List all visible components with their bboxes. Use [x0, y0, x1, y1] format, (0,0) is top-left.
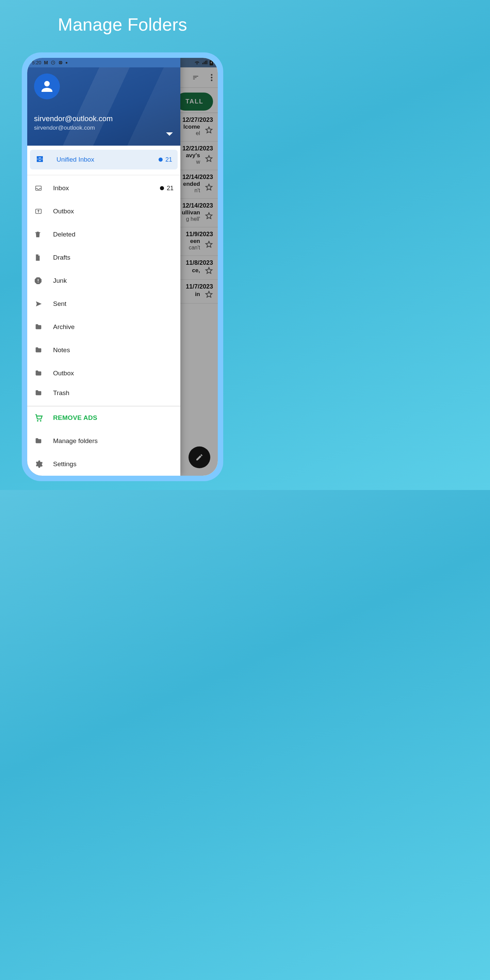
phone-frame: TALL 12/27/2023lcomeel12/21/2023avy'sw12… [22, 52, 223, 481]
drawer-header[interactable]: sirvendor@outlook.com sirvendor@outlook.… [27, 67, 180, 146]
person-icon [39, 78, 55, 95]
sidebar-item-unified-inbox[interactable]: Unified Inbox 21 [30, 150, 178, 169]
avatar[interactable] [34, 73, 60, 99]
phone-screen: TALL 12/27/2023lcomeel12/21/2023avy'sw12… [27, 58, 218, 476]
folder-label: Deleted [53, 231, 173, 238]
svg-point-2 [211, 74, 213, 76]
folder-count: 21 [160, 185, 173, 192]
signal-icon [202, 60, 208, 65]
mail-subject: ullivan [182, 209, 200, 216]
svg-point-3 [211, 76, 213, 78]
account-name: sirvendor@outlook.com [34, 115, 173, 123]
inbox-icon [34, 185, 50, 192]
sidebar-item-manage-folders[interactable]: Manage folders [27, 430, 180, 453]
settings-label: Settings [53, 460, 173, 468]
svg-point-13 [37, 420, 38, 422]
svg-rect-1 [211, 60, 212, 60]
star-outline-icon[interactable] [205, 266, 213, 275]
sidebar-item-notes[interactable]: Notes [27, 339, 180, 362]
star-outline-icon[interactable] [205, 183, 213, 191]
mail-date: 12/14/2023 [182, 202, 213, 209]
mail-preview: el [183, 130, 200, 137]
mail-subject: lcome [183, 124, 200, 130]
unread-dot-icon [159, 158, 163, 162]
gear-icon [34, 460, 50, 469]
star-outline-icon[interactable] [205, 154, 213, 163]
clock-icon [51, 60, 56, 65]
sidebar-item-drafts[interactable]: Drafts [27, 246, 180, 269]
status-bar-drawer: 5:20 M [27, 58, 180, 67]
folder-label: Archive [53, 323, 173, 331]
cart-icon [34, 414, 50, 422]
stacked-inbox-icon [35, 156, 44, 164]
folder-list: Inbox21OutboxDeletedDraftsJunkSentArchiv… [27, 177, 180, 406]
battery-icon [210, 60, 213, 65]
chevron-down-icon[interactable] [166, 132, 173, 137]
sidebar-item-junk[interactable]: Junk [27, 269, 180, 292]
send-icon [34, 301, 50, 307]
sidebar-item-sent[interactable]: Sent [27, 292, 180, 315]
folder-icon [34, 369, 50, 377]
mail-date: 12/27/2023 [182, 116, 213, 124]
folder-label: Outbox [53, 208, 173, 215]
mail-date: 11/8/2023 [186, 259, 213, 266]
mail-subject: een [189, 238, 200, 245]
folder-label: Junk [53, 277, 173, 285]
sort-icon[interactable] [191, 74, 200, 81]
mail-date: 12/14/2023 [182, 173, 213, 181]
sidebar-item-deleted[interactable]: Deleted [27, 223, 180, 246]
dot-icon [66, 62, 67, 64]
sidebar-item-archive[interactable]: Archive [27, 315, 180, 339]
folder-label: Outbox [53, 369, 173, 377]
star-outline-icon[interactable] [205, 240, 213, 248]
sidebar-item-remove-ads[interactable]: REMOVE ADS [27, 406, 180, 430]
status-time: 5:20 [32, 60, 41, 65]
mail-subject: ce, [192, 267, 200, 274]
unified-inbox-count: 21 [159, 156, 172, 163]
divider [27, 175, 180, 175]
mail-preview: g hell' [182, 216, 200, 222]
folder-label: Sent [53, 300, 173, 308]
mail-date: 12/21/2023 [182, 145, 213, 152]
alert-icon [34, 277, 50, 285]
wifi-icon [194, 60, 200, 65]
mail-date: 11/9/2023 [186, 231, 213, 238]
mail-preview: can't [189, 245, 200, 251]
mail-preview: w [186, 159, 200, 165]
promo-title: Manage Folders [58, 14, 187, 35]
folder-label: Trash [53, 389, 173, 397]
folder-label: Drafts [53, 254, 173, 261]
pencil-icon [195, 453, 204, 461]
more-icon[interactable] [210, 74, 213, 81]
star-outline-icon[interactable] [205, 290, 213, 298]
sidebar-item-inbox[interactable]: Inbox21 [27, 177, 180, 200]
install-button[interactable]: TALL [176, 92, 213, 111]
unread-dot-icon [160, 186, 164, 190]
navigation-drawer: 5:20 M sirvendor@outlook.com sirvendor@o… [27, 58, 180, 476]
star-outline-icon[interactable] [205, 126, 213, 134]
svg-point-4 [211, 79, 213, 81]
file-icon [34, 253, 50, 262]
mail-subject: in [195, 291, 200, 298]
svg-rect-11 [38, 279, 38, 281]
aperture-icon [58, 60, 63, 65]
folder-label: Inbox [53, 185, 160, 192]
compose-fab[interactable] [189, 447, 210, 468]
sidebar-item-outbox[interactable]: Outbox [27, 200, 180, 223]
sidebar-item-outbox2[interactable]: Outbox [27, 362, 180, 385]
star-outline-icon[interactable] [205, 212, 213, 220]
mail-subject: ended [183, 181, 200, 188]
gmail-m-icon: M [44, 60, 48, 65]
folder-icon [34, 323, 50, 331]
sidebar-item-trash[interactable]: Trash [27, 385, 180, 401]
account-email: sirvendor@outlook.com [34, 124, 173, 131]
remove-ads-label: REMOVE ADS [53, 414, 173, 422]
folder-icon [34, 437, 50, 445]
folder-label: Notes [53, 347, 173, 354]
folder-icon [34, 347, 50, 354]
unified-inbox-label: Unified Inbox [56, 156, 159, 163]
svg-point-14 [40, 420, 41, 422]
sidebar-item-settings[interactable]: Settings [27, 453, 180, 476]
folder-icon [34, 389, 50, 397]
outbox-icon [34, 208, 50, 215]
